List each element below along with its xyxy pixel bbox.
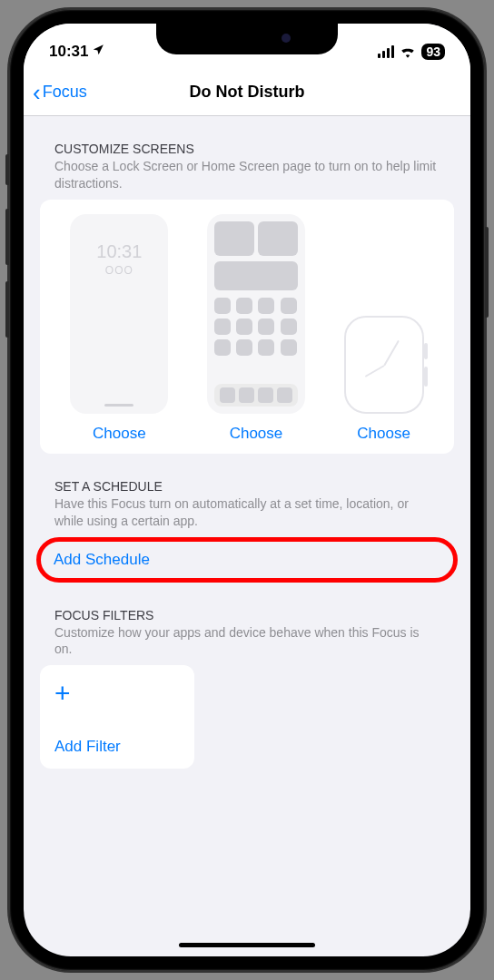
customize-header: CUSTOMIZE SCREENS Choose a Lock Screen o… [40,142,454,192]
back-label: Focus [43,83,87,102]
app-icon [214,339,231,356]
cellular-signal-icon [378,45,394,58]
watch-crown-icon [424,343,428,359]
choose-lock-label: Choose [93,425,146,443]
add-filter-label: Add Filter [54,738,180,756]
lock-preview-time: 10:31 [96,241,142,262]
power-button [485,227,489,318]
schedule-header: SET A SCHEDULE Have this Focus turn on a… [40,479,454,530]
home-indicator[interactable] [179,943,315,947]
app-icon [281,298,297,314]
home-screen-preview [207,214,305,414]
app-icon [239,387,254,403]
app-icon [281,318,297,335]
location-icon [92,43,104,61]
widget-icon [214,221,254,256]
page-title: Do Not Disturb [190,83,305,102]
widget-icon [258,221,298,256]
dock-preview [214,384,298,407]
filters-desc: Customize how your apps and device behav… [54,624,440,659]
mute-switch [5,154,9,185]
app-icon [281,339,297,356]
filters-title: FOCUS FILTERS [54,608,440,622]
status-time: 10:31 [49,43,88,61]
plus-icon: + [54,680,180,707]
wifi-icon [400,45,416,58]
content-scroll[interactable]: CUSTOMIZE SCREENS Choose a Lock Screen o… [24,116,470,922]
add-filter-button[interactable]: + Add Filter [40,665,194,769]
watch-face-option[interactable]: Choose [344,316,424,443]
lock-screen-preview: 10:31 OOO [70,214,168,414]
add-schedule-button[interactable]: Add Schedule [54,551,440,569]
chevron-left-icon: ‹ [33,81,41,104]
app-icon [258,387,273,403]
add-schedule-label: Add Schedule [54,551,150,568]
choose-watch-label: Choose [357,425,410,443]
battery-badge: 93 [421,44,445,60]
app-icon [258,298,274,314]
widget-icon [214,261,298,290]
app-icon [214,298,231,314]
app-icon [214,318,231,335]
lock-home-indicator [104,404,133,407]
notch [156,24,338,54]
schedule-desc: Have this Focus turn on automatically at… [54,495,440,530]
app-icon [277,387,292,403]
watch-side-button-icon [424,367,428,387]
app-icon [236,318,252,335]
app-icon [220,387,235,403]
customize-desc: Choose a Lock Screen or Home Screen page… [54,158,440,192]
navigation-bar: ‹ Focus Do Not Disturb [24,69,470,116]
watch-hand-icon [383,340,400,367]
app-icon [258,339,274,356]
watch-preview [344,316,424,414]
app-icon [236,298,252,314]
choose-home-label: Choose [230,425,283,443]
schedule-title: SET A SCHEDULE [54,479,440,494]
filters-header: FOCUS FILTERS Customize how your apps an… [40,608,454,659]
app-icon [236,339,252,356]
volume-up-button [5,209,9,265]
lock-screen-option[interactable]: 10:31 OOO Choose [70,214,168,443]
phone-frame: 10:31 93 ‹ Fo [9,9,485,971]
app-icon [258,318,274,335]
customize-screens-card: 10:31 OOO Choose [40,200,454,454]
volume-down-button [5,281,9,338]
customize-title: CUSTOMIZE SCREENS [54,142,440,156]
back-button[interactable]: ‹ Focus [33,81,87,104]
highlight-annotation: Add Schedule [36,537,458,583]
home-screen-option[interactable]: Choose [207,214,305,443]
watch-hand-icon [364,365,384,377]
lock-preview-circles: OOO [105,264,133,277]
